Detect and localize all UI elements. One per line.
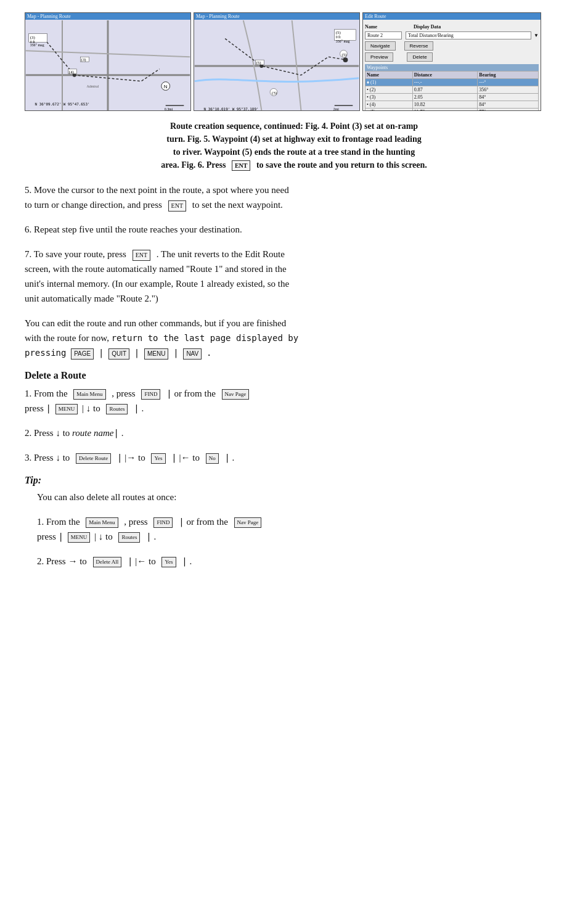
tip-step2-end: .	[190, 556, 192, 566]
wp-col-dist: Distance	[412, 72, 477, 79]
wp-dist: 0.87	[412, 86, 477, 94]
caption-line4-part2: to save the route and you return to this…	[256, 160, 427, 170]
menu-btn-d: MENU	[55, 404, 78, 414]
no-btn: No	[206, 453, 219, 463]
para8-pressing: pressing	[25, 348, 66, 358]
table-row: ♦ (1) ---.- ---°	[365, 79, 539, 86]
route-name-row: Route 2 Total Distance/Bearing ▼	[365, 31, 539, 39]
wp-bearing: ---°	[478, 79, 539, 86]
ent-button-p7: ENT	[133, 250, 150, 261]
svg-text:2mi: 2mi	[333, 107, 340, 110]
table-row: • (4) 10.82 84°	[365, 101, 539, 109]
svg-text:356° mag: 356° mag	[30, 43, 44, 47]
delete-step2-pipe: |	[113, 428, 118, 438]
caption-line4-part1: area. Fig. 6. Press	[161, 160, 226, 170]
caption-line3: to river. Waypoint (5) ends the route at…	[173, 147, 415, 157]
svg-text:(3): (3)	[81, 57, 86, 62]
delete-step1-downto: | ↓ to	[82, 403, 100, 413]
map2-title: Map - Planning Route	[194, 13, 359, 20]
route-name-value: Route 2	[365, 31, 402, 39]
find-btn: FIND	[141, 389, 160, 399]
svg-text:0.3mi: 0.3mi	[165, 107, 173, 110]
wp-name: • (4)	[365, 101, 413, 109]
para8-btn1: PAGE	[71, 348, 94, 360]
tip-routes-btn: Routes	[118, 532, 140, 542]
delete-step1-press2: press	[25, 403, 44, 413]
waypoints-table: Name Distance Bearing ♦ (1) ---.- ---° •…	[365, 71, 539, 111]
para7-text3: screen, with the route automatically nam…	[25, 264, 287, 274]
para8-btn4: NAV	[183, 348, 202, 360]
para8-btn3: MENU	[144, 348, 168, 360]
navigate-button[interactable]: Navigate	[365, 41, 396, 51]
edit-panel-title: Edit Route	[363, 13, 541, 20]
wp-bearing: 84°	[478, 94, 539, 101]
wp-dist: 11.79	[412, 109, 477, 112]
delete-step3-arrow1: |→ to	[125, 453, 145, 463]
tip-yes-btn: Yes	[161, 557, 176, 567]
delete-step1-end: .	[141, 403, 144, 413]
delete-step2-b: .	[119, 428, 124, 438]
svg-text:0 ft: 0 ft	[336, 35, 341, 39]
para8-text1: You can edit the route and run other com…	[25, 318, 286, 328]
tip-step1: 1. From the Main Menu , press FIND | or …	[37, 514, 563, 544]
para7-text4: unit's internal memory. (In our example,…	[25, 279, 289, 289]
delete-route-btn: Delete Route	[76, 453, 111, 463]
delete-step3-a: 3. Press ↓ to	[25, 453, 70, 463]
paragraph-8: You can edit the route and run other com…	[25, 316, 563, 360]
tip-step1-text: 1. From the	[37, 517, 80, 527]
paragraph-7: 7. To save your route, press ENT . The u…	[25, 247, 563, 306]
wp-name: • (2)	[365, 86, 413, 94]
reverse-button[interactable]: Reverse	[404, 41, 434, 51]
table-row: • (5) 11.79 77°	[365, 109, 539, 112]
wp-col-name: Name	[365, 72, 413, 79]
tip-find-btn: FIND	[153, 517, 173, 527]
svg-text:(5): (5)	[342, 52, 347, 57]
delete-step2: 2. Press ↓ to route name| .	[25, 426, 563, 440]
nav-page-btn: Nav Page	[222, 389, 250, 399]
para7-text2: . The unit reverts to the Edit Route	[157, 249, 285, 259]
para5-text3: to set the next waypoint.	[192, 200, 283, 210]
wp-name: • (5)	[365, 109, 413, 112]
tip-step1-orfrom: or from the	[186, 517, 227, 527]
caption-line2: turn. Fig. 5. Waypoint (4) set at highwa…	[166, 134, 421, 144]
para7-text5: unit automatically made "Route 2.")	[25, 294, 158, 303]
table-row: • (3) 2.05 84°	[365, 94, 539, 101]
delete-step3: 3. Press ↓ to Delete Route | |→ to Yes |…	[25, 450, 563, 465]
tip-step1-end: .	[153, 532, 156, 541]
delete-step2-routename: route name	[72, 428, 113, 438]
wp-dist: 2.05	[412, 94, 477, 101]
caption-line1: Route creation sequence, continued: Fig.…	[170, 121, 418, 131]
name-label: Name	[365, 24, 393, 30]
wp-name: ♦ (1)	[365, 79, 413, 86]
tip-step2: 2. Press → to Delete All | |← to Yes | .	[37, 554, 563, 569]
delete-step2-a: 2. Press ↓ to	[25, 428, 72, 438]
delete-route-section: Delete a Route 1. From the Main Menu , p…	[25, 370, 563, 465]
svg-text:(4): (4)	[69, 70, 74, 75]
tip-step2-arrow: |← to	[135, 556, 155, 566]
map2-svg: (5) 0 ft 356° mag (5) (5) (5) 2mi N 36°1…	[194, 20, 359, 110]
para6-text: 6. Repeat step five until the route reac…	[25, 224, 242, 234]
ent-button-p5: ENT	[168, 200, 186, 212]
tip-intro: You can also delete all routes at once:	[37, 490, 563, 504]
para8-text2: with the route for now, return to the la…	[25, 333, 298, 343]
figure-map2: Map - Planning Route (5) 0 ft 356° mag	[194, 12, 360, 111]
tip-nav-page-btn: Nav Page	[234, 517, 262, 527]
routes-btn: Routes	[106, 404, 128, 414]
para7-text1: 7. To save your route, press	[25, 249, 126, 259]
delete-heading: Delete a Route	[25, 370, 563, 381]
main-menu-btn: Main Menu	[73, 389, 105, 399]
svg-text:Admiral: Admiral	[86, 84, 99, 88]
name-row: Name Display Data	[365, 24, 539, 30]
svg-text:(5): (5)	[256, 60, 261, 65]
delete-step1: 1. From the Main Menu , press FIND | or …	[25, 386, 563, 416]
wp-dist: ---.-	[412, 79, 477, 86]
preview-button[interactable]: Preview	[365, 52, 393, 62]
figure-map1: Map - Planning Route (3) 0 ft 356° mag	[25, 12, 191, 111]
svg-text:N: N	[164, 84, 168, 89]
delete-button[interactable]: Delete	[407, 52, 432, 62]
tip-step1-press2: press	[37, 532, 56, 541]
svg-text:(3): (3)	[30, 35, 35, 40]
wp-bearing: 356°	[478, 86, 539, 94]
figure-edit-panel: Edit Route Name Display Data Route 2 Tot…	[362, 12, 541, 111]
ent-button-caption: ENT	[232, 160, 251, 171]
